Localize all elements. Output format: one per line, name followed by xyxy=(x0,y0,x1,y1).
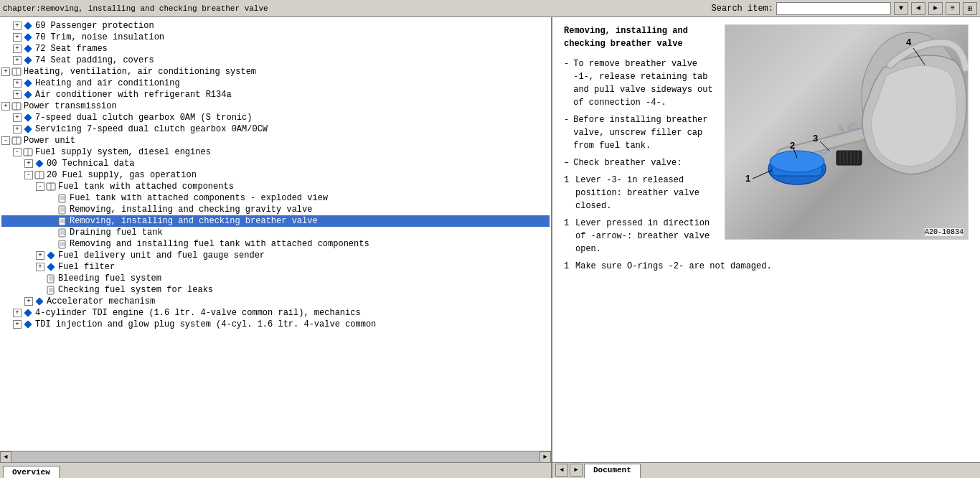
search-dropdown[interactable]: ▼ xyxy=(894,2,908,15)
node-icon xyxy=(23,124,33,134)
expand-icon[interactable] xyxy=(13,320,22,329)
tree-item[interactable]: Air conditioner with refrigerant R134a xyxy=(1,89,550,100)
node-icon xyxy=(23,78,33,88)
right-nav-next[interactable]: ► xyxy=(570,464,583,477)
tree-item[interactable]: Servicing 7-speed dual clutch gearbox 0A… xyxy=(1,123,550,135)
expand-icon[interactable] xyxy=(24,159,33,168)
svg-rect-53 xyxy=(24,320,32,328)
tree-item[interactable]: Fuel filter xyxy=(1,261,550,273)
tree-item[interactable]: Power unit xyxy=(1,135,550,146)
expand-icon[interactable] xyxy=(13,113,22,122)
expand-icon[interactable] xyxy=(13,148,22,156)
svg-rect-47 xyxy=(47,286,54,294)
expand-icon[interactable] xyxy=(1,136,10,145)
expand-icon[interactable] xyxy=(13,33,22,42)
expand-icon[interactable] xyxy=(1,102,10,111)
tree-item[interactable]: Draining fuel tank xyxy=(1,227,550,238)
doc-para-5: 1 Make sure O-rings -2- are not damaged. xyxy=(564,260,969,273)
search-next-btn[interactable]: ► xyxy=(928,2,943,15)
node-icon xyxy=(23,55,33,65)
expand-icon[interactable] xyxy=(13,90,22,99)
svg-rect-37 xyxy=(59,240,65,248)
tab-overview[interactable]: Overview xyxy=(3,466,60,478)
hscroll-left-btn[interactable]: ◄ xyxy=(0,451,11,463)
tree-item-label: Air conditioner with refrigerant R134a xyxy=(35,90,232,100)
tree-item[interactable]: 20 Fuel supply, gas operation xyxy=(1,169,550,181)
tree-item[interactable]: Heating and air conditioning xyxy=(1,78,550,89)
node-icon xyxy=(34,159,44,169)
svg-rect-16 xyxy=(35,159,43,167)
svg-rect-11 xyxy=(24,125,32,133)
node-icon xyxy=(57,216,67,226)
tree-item[interactable]: Power transmission xyxy=(1,100,550,112)
svg-rect-25 xyxy=(59,206,65,214)
expand-icon[interactable] xyxy=(47,205,56,214)
node-icon xyxy=(11,67,22,77)
tree-item[interactable]: 72 Seat frames xyxy=(1,43,550,55)
hscroll-right-btn[interactable]: ► xyxy=(540,451,551,463)
expand-icon[interactable] xyxy=(47,217,56,225)
tree-item[interactable]: Fuel tank with attached components xyxy=(1,181,550,192)
expand-icon[interactable] xyxy=(36,263,44,271)
doc-body: manuals.co.uk xyxy=(564,24,969,273)
tree-item-label: Fuel filter xyxy=(58,262,115,272)
expand-icon[interactable] xyxy=(47,194,56,202)
expand-icon[interactable] xyxy=(36,251,44,260)
tree-item[interactable]: Fuel supply system, diesel engines xyxy=(1,146,550,158)
tab-document[interactable]: Document xyxy=(584,464,641,478)
expand-icon[interactable] xyxy=(47,240,56,248)
expand-icon[interactable] xyxy=(24,297,33,306)
tree-item[interactable]: 4-cylinder TDI engine (1.6 ltr. 4-valve … xyxy=(1,307,550,319)
tree-item[interactable]: Fuel tank with attached components - exp… xyxy=(1,192,550,204)
expand-icon[interactable] xyxy=(36,274,44,283)
doc-para-3: 1 Lever -3- in released position: breath… xyxy=(564,174,717,212)
tree-item[interactable]: Accelerator mechanism xyxy=(1,296,550,307)
search-input[interactable] xyxy=(776,2,891,15)
search-label: Search item: xyxy=(712,4,773,14)
search-prev-btn[interactable]: ◄ xyxy=(911,2,925,15)
title-bar: Chapter:Removing, installing and checkin… xyxy=(0,0,980,17)
expand-icon[interactable] xyxy=(13,44,22,53)
tree-item[interactable]: 70 Trim, noise insulation xyxy=(1,32,550,43)
hscroll-track[interactable] xyxy=(11,451,540,463)
tree-item[interactable]: Heating, ventilation, air conditioning s… xyxy=(1,66,550,78)
node-icon xyxy=(57,205,67,215)
expand-icon[interactable] xyxy=(36,182,44,191)
toolbar-menu-btn[interactable]: ≡ xyxy=(946,2,960,15)
expand-icon[interactable] xyxy=(13,56,22,65)
expand-icon[interactable] xyxy=(24,171,33,179)
node-icon xyxy=(46,273,56,283)
tree-item-label: Bleeding fuel system xyxy=(58,273,161,283)
left-hscroll[interactable]: ◄ ► xyxy=(0,451,551,462)
tree-container[interactable]: 69 Passenger protection70 Trim, noise in… xyxy=(0,17,551,451)
expand-icon[interactable] xyxy=(13,309,22,317)
tree-item-label: TDI injection and glow plug system (4-cy… xyxy=(35,319,376,329)
tree-item[interactable]: Removing, installing and checking gravit… xyxy=(1,204,550,215)
expand-icon[interactable] xyxy=(13,79,22,88)
toolbar-extra-btn[interactable]: ⊞ xyxy=(963,2,977,15)
tree-item[interactable]: Removing, installing and checking breath… xyxy=(1,215,550,227)
right-tabs-left: ◄ ► Document xyxy=(555,464,642,478)
right-nav-prev[interactable]: ◄ xyxy=(555,464,568,477)
tree-item-label: 74 Seat padding, covers xyxy=(35,55,154,65)
tree-item-label: Removing, installing and checking gravit… xyxy=(70,205,312,215)
tree-item[interactable]: Fuel delivery unit and fuel gauge sender xyxy=(1,250,550,261)
expand-icon[interactable] xyxy=(13,125,22,133)
image-label: A20-10834 xyxy=(925,228,963,236)
tree-item[interactable]: Removing and installing fuel tank with a… xyxy=(1,238,550,250)
tree-item[interactable]: TDI injection and glow plug system (4-cy… xyxy=(1,319,550,330)
engine-svg: 1 2 3 4 xyxy=(725,25,969,240)
expand-icon[interactable] xyxy=(1,67,10,76)
tree-item[interactable]: 7-speed dual clutch gearbox 0AM (S troni… xyxy=(1,112,550,123)
tree-item[interactable]: 00 Technical data xyxy=(1,158,550,169)
svg-text:3: 3 xyxy=(813,133,818,144)
node-icon xyxy=(11,101,22,111)
tree-item-label: Heating and air conditioning xyxy=(35,78,180,88)
expand-icon[interactable] xyxy=(47,228,56,237)
tree-item[interactable]: 69 Passenger protection xyxy=(1,20,550,32)
tree-item[interactable]: Checking fuel system for leaks xyxy=(1,284,550,296)
expand-icon[interactable] xyxy=(36,286,44,294)
tree-item[interactable]: 74 Seat padding, covers xyxy=(1,55,550,66)
tree-item[interactable]: Bleeding fuel system xyxy=(1,273,550,284)
expand-icon[interactable] xyxy=(13,22,22,30)
